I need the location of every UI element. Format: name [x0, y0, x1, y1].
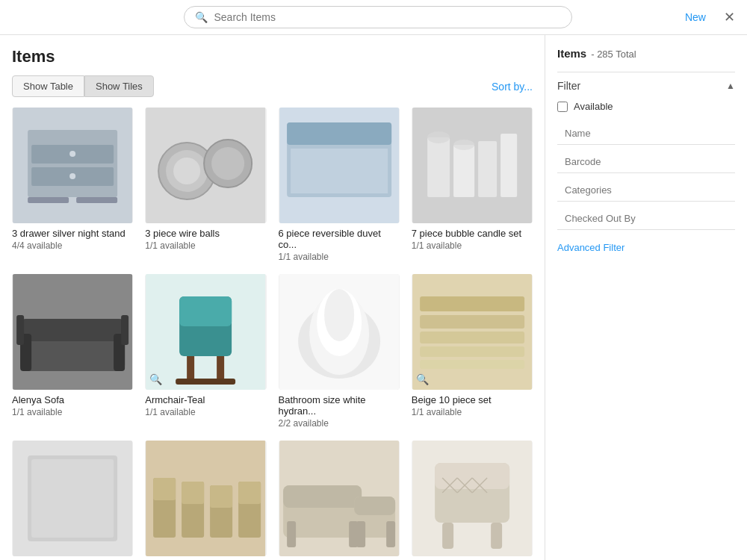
svg-rect-7 [76, 197, 117, 203]
item-image-6: 🔍 [145, 274, 266, 390]
item-availability-7: 2/2 available [279, 418, 400, 429]
item-availability-2: 1/1 available [145, 240, 266, 251]
item-availability-4: 1/1 available [412, 240, 533, 251]
item-availability-5: 1/1 available [12, 407, 133, 417]
new-link[interactable]: New [685, 11, 706, 23]
svg-rect-72 [435, 463, 509, 489]
search-container: 🔍 [184, 6, 572, 28]
svg-rect-20 [453, 145, 474, 197]
svg-point-13 [211, 147, 244, 180]
item-card-8[interactable]: 🔍Beige 10 piece set1/1 available [412, 274, 533, 429]
item-card-6[interactable]: 🔍Armchair-Teal1/1 available [145, 274, 266, 429]
svg-rect-36 [217, 356, 224, 382]
filter-label: Filter [557, 80, 580, 92]
svg-rect-44 [420, 296, 524, 311]
sidebar: Items - 285 Total Filter ▲ Available Adv… [545, 35, 747, 560]
svg-rect-17 [291, 149, 388, 193]
svg-rect-35 [187, 356, 194, 382]
item-image-1 [12, 108, 133, 223]
advanced-filter-link[interactable]: Advanced Filter [557, 242, 735, 253]
item-availability-3: 1/1 available [279, 252, 400, 262]
item-image-3 [279, 108, 400, 223]
item-card-10[interactable]: Beige Side Chairs4/4 available [145, 441, 266, 560]
item-name-4: 7 piece bubble candle set [412, 228, 533, 239]
sort-button[interactable]: Sort by... [492, 81, 533, 93]
svg-rect-46 [420, 332, 524, 343]
svg-point-42 [324, 289, 354, 341]
item-name-1: 3 drawer silver night stand [12, 228, 133, 239]
svg-rect-48 [420, 360, 524, 369]
sidebar-title: Items [557, 47, 586, 60]
main-content: Items Show Table Show Tiles Sort by... 3… [0, 35, 545, 560]
item-card-9[interactable]: Beige Fur Throw1/1 available [12, 441, 133, 560]
close-button[interactable]: ✕ [724, 9, 735, 25]
svg-rect-69 [386, 521, 395, 547]
item-name-7: Bathroom size white hydran... [279, 394, 400, 417]
item-name-5: Alenya Sofa [12, 394, 133, 405]
svg-rect-80 [491, 523, 502, 549]
svg-rect-68 [356, 521, 365, 547]
svg-rect-19 [427, 137, 450, 197]
item-card-5[interactable]: Alenya Sofa1/1 available [12, 274, 133, 429]
available-checkbox[interactable] [557, 102, 568, 112]
item-card-2[interactable]: 3 piece wire balls1/1 available [145, 108, 266, 262]
svg-rect-27 [20, 319, 125, 341]
svg-rect-6 [28, 197, 69, 203]
items-grid: 3 drawer silver night stand4/4 available… [12, 108, 533, 560]
svg-point-24 [453, 140, 474, 150]
categories-filter-input[interactable] [557, 179, 735, 202]
svg-rect-51 [31, 459, 114, 538]
svg-rect-58 [210, 485, 232, 508]
item-availability-6: 1/1 available [145, 407, 266, 417]
name-filter-input[interactable] [557, 122, 735, 145]
svg-rect-63 [283, 485, 362, 508]
item-name-6: Armchair-Teal [145, 394, 266, 405]
layout: Items Show Table Show Tiles Sort by... 3… [0, 35, 747, 560]
show-tiles-button[interactable]: Show Tiles [84, 75, 154, 97]
search-icon: 🔍 [195, 11, 208, 23]
svg-rect-66 [287, 521, 296, 547]
item-card-11[interactable]: Beige Sofa and Chaise1/1 available [279, 441, 400, 560]
item-card-12[interactable]: Beige Wing tip chair2/2 available [412, 441, 533, 560]
item-image-8: 🔍 [412, 274, 533, 390]
view-buttons: Show Table Show Tiles [12, 75, 154, 97]
sidebar-total: - 285 Total [591, 49, 636, 60]
svg-rect-79 [442, 523, 453, 549]
svg-rect-16 [287, 122, 391, 145]
toolbar: Show Table Show Tiles Sort by... [12, 75, 533, 97]
svg-point-11 [173, 158, 200, 184]
item-card-4[interactable]: 7 piece bubble candle set1/1 available [412, 108, 533, 262]
svg-rect-56 [182, 482, 204, 504]
filter-section: Filter ▲ Available Advanced Filter [557, 72, 735, 253]
item-name-8: Beige 10 piece set [412, 394, 533, 405]
item-name-2: 3 piece wire balls [145, 228, 266, 239]
item-card-3[interactable]: 6 piece reversible duvet co...1/1 availa… [279, 108, 400, 262]
svg-rect-65 [354, 497, 395, 515]
checked-out-by-filter-input[interactable] [557, 208, 735, 230]
svg-rect-34 [179, 296, 232, 326]
item-image-4 [412, 108, 533, 223]
svg-rect-45 [420, 315, 524, 329]
show-table-button[interactable]: Show Table [12, 75, 84, 97]
svg-rect-21 [478, 141, 497, 197]
available-filter-row: Available [557, 101, 735, 112]
item-availability-1: 4/4 available [12, 240, 133, 251]
zoom-icon: 🔍 [149, 373, 162, 385]
svg-rect-60 [238, 482, 261, 504]
svg-point-23 [427, 131, 450, 143]
item-image-7 [279, 274, 400, 390]
svg-rect-30 [16, 315, 24, 345]
search-input[interactable] [214, 11, 561, 23]
barcode-filter-input[interactable] [557, 151, 735, 173]
item-image-10 [145, 441, 266, 556]
chevron-up-icon: ▲ [726, 81, 735, 91]
svg-rect-37 [176, 379, 235, 385]
filter-header: Filter ▲ [557, 80, 735, 92]
item-name-3: 6 piece reversible duvet co... [279, 228, 400, 250]
svg-rect-47 [420, 346, 524, 357]
item-card-7[interactable]: Bathroom size white hydran...2/2 availab… [279, 274, 400, 429]
item-availability-8: 1/1 available [412, 407, 533, 417]
item-image-11 [279, 441, 400, 556]
item-card-1[interactable]: 3 drawer silver night stand4/4 available [12, 108, 133, 262]
svg-rect-54 [153, 478, 176, 500]
